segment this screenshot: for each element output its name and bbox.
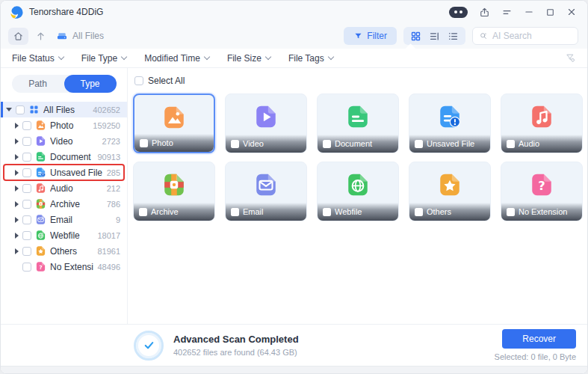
filter-label: File Tags xyxy=(288,53,324,64)
audio-icon xyxy=(529,104,554,129)
archive-icon xyxy=(161,172,187,197)
tree-item-label: Unsaved File xyxy=(50,168,103,178)
card-checkbox[interactable] xyxy=(231,140,239,148)
card-document[interactable]: Document xyxy=(317,94,399,153)
checkbox[interactable] xyxy=(16,105,25,114)
tab-type[interactable]: Type xyxy=(64,75,117,93)
checkbox[interactable] xyxy=(22,231,31,240)
tree-item-count: 90913 xyxy=(97,153,120,162)
sidebar: Path Type All Files 402652 Photo 159250 xyxy=(1,68,128,324)
tree-item-count: 48496 xyxy=(97,263,120,272)
caret-down-icon[interactable] xyxy=(6,108,12,111)
tree-item-email[interactable]: Email 9 xyxy=(1,212,127,227)
tree-item-label: Email xyxy=(50,215,112,225)
main-content: Select All Photo Video Document Unsave xyxy=(128,68,587,324)
email-icon xyxy=(253,172,279,197)
card-checkbox[interactable] xyxy=(323,208,331,216)
tab-path[interactable]: Path xyxy=(12,75,64,93)
chevron-down-icon xyxy=(204,54,210,60)
tree-item-video[interactable]: Video 2723 xyxy=(1,133,127,149)
tree-item-audio[interactable]: Audio 212 xyxy=(1,180,127,196)
list-view-icon[interactable] xyxy=(448,31,459,42)
checkbox[interactable] xyxy=(22,137,31,146)
tree-item-all-files[interactable]: All Files 402652 xyxy=(1,102,127,117)
breadcrumb[interactable]: All Files xyxy=(56,30,104,42)
tree-item-document[interactable]: Document 90913 xyxy=(1,149,127,165)
card-video[interactable]: Video xyxy=(225,94,307,153)
ai-search-input[interactable] xyxy=(492,31,572,41)
checkbox[interactable] xyxy=(22,247,31,256)
minimize-icon[interactable] xyxy=(524,7,534,17)
card-others[interactable]: Others xyxy=(409,162,491,221)
checkbox[interactable] xyxy=(22,263,31,272)
chevron-down-icon xyxy=(327,54,333,60)
tree-item-webfile[interactable]: Webfile 18017 xyxy=(1,227,127,243)
card-checkbox[interactable] xyxy=(323,140,331,148)
card-photo[interactable]: Photo xyxy=(133,94,215,153)
grid-view-icon[interactable] xyxy=(410,31,421,42)
detail-view-icon[interactable] xyxy=(429,31,440,42)
filter-settings-icon[interactable] xyxy=(565,52,576,64)
up-arrow-icon[interactable] xyxy=(35,31,46,42)
card-checkbox[interactable] xyxy=(507,140,515,148)
card-checkbox[interactable] xyxy=(139,208,147,216)
chevron-down-icon xyxy=(58,54,64,60)
caret-right-icon[interactable] xyxy=(15,217,19,223)
filter-file-tags[interactable]: File Tags xyxy=(288,53,333,64)
maximize-icon[interactable] xyxy=(545,7,555,17)
tree-item-others[interactable]: Others 81961 xyxy=(1,243,127,259)
video-icon xyxy=(253,104,279,129)
card-audio[interactable]: Audio xyxy=(501,94,583,153)
tree-item-unsaved-file[interactable]: Unsaved File 285 xyxy=(1,165,127,180)
tree-item-no-extension[interactable]: No Extension 48496 xyxy=(1,259,127,275)
filter-button[interactable]: Filter xyxy=(344,27,397,45)
menu-icon[interactable] xyxy=(501,7,513,18)
caret-right-icon[interactable] xyxy=(15,138,19,144)
filter-file-status[interactable]: File Status xyxy=(12,53,64,64)
share-icon[interactable] xyxy=(479,7,490,18)
tree-item-count: 81961 xyxy=(97,247,120,256)
tree-item-label: Document xyxy=(50,152,93,162)
tree-item-count: 159250 xyxy=(93,121,120,130)
card-checkbox[interactable] xyxy=(415,208,423,216)
card-webfile[interactable]: Webfile xyxy=(317,162,399,221)
caret-right-icon[interactable] xyxy=(15,154,19,160)
caret-right-icon[interactable] xyxy=(15,186,19,191)
select-all-checkbox[interactable] xyxy=(134,76,143,85)
checkbox[interactable] xyxy=(22,184,31,193)
ai-bot-toggle-icon[interactable] xyxy=(449,7,468,18)
card-checkbox[interactable] xyxy=(231,208,239,216)
app-title: Tenorshare 4DDiG xyxy=(29,7,103,17)
card-no-extension[interactable]: No Extension xyxy=(501,162,583,221)
ai-search-box xyxy=(472,27,578,45)
recover-button[interactable]: Recover xyxy=(502,329,576,349)
unsaved-file-icon xyxy=(35,167,46,178)
card-archive[interactable]: Archive xyxy=(133,162,215,221)
card-label: No Extension xyxy=(519,207,567,216)
card-unsaved-file[interactable]: Unsaved File xyxy=(409,94,491,153)
tree-item-photo[interactable]: Photo 159250 xyxy=(1,117,127,133)
card-label: Document xyxy=(335,139,372,148)
caret-right-icon[interactable] xyxy=(15,170,19,176)
select-all[interactable]: Select All xyxy=(134,76,581,86)
card-checkbox[interactable] xyxy=(140,139,148,147)
tree-item-archive[interactable]: Archive 786 xyxy=(1,196,127,212)
caret-right-icon[interactable] xyxy=(15,201,19,207)
card-checkbox[interactable] xyxy=(415,140,423,148)
checkbox[interactable] xyxy=(22,215,31,224)
close-icon[interactable] xyxy=(566,7,577,17)
checkbox[interactable] xyxy=(22,121,31,130)
card-checkbox[interactable] xyxy=(507,208,515,216)
home-button[interactable] xyxy=(8,28,28,45)
filter-file-size[interactable]: File Size xyxy=(227,53,270,64)
caret-right-icon[interactable] xyxy=(15,248,19,254)
checkbox[interactable] xyxy=(22,200,31,209)
caret-right-icon[interactable] xyxy=(15,123,19,129)
card-email[interactable]: Email xyxy=(225,162,307,221)
checkbox[interactable] xyxy=(22,168,31,177)
caret-right-icon[interactable] xyxy=(15,233,19,239)
tree-item-label: Audio xyxy=(50,183,103,194)
filter-file-type[interactable]: File Type xyxy=(81,53,126,64)
filter-modified-time[interactable]: Modified Time xyxy=(144,53,209,64)
checkbox[interactable] xyxy=(22,153,31,162)
